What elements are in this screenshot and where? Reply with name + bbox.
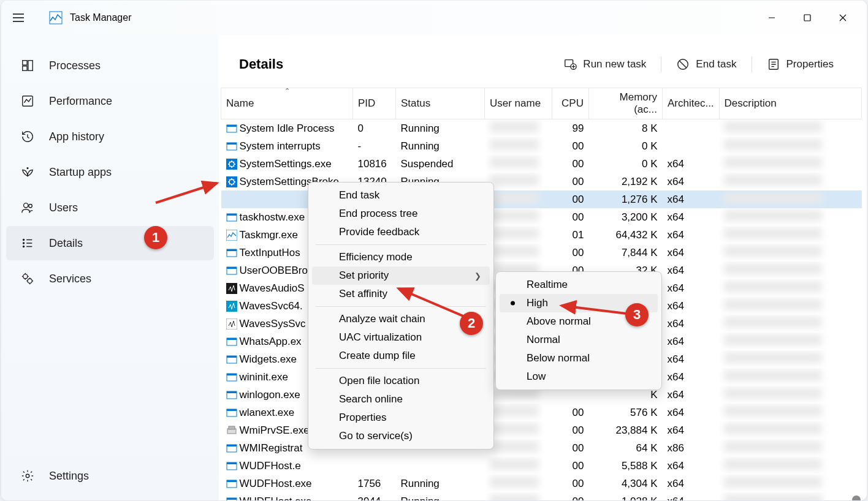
close-button[interactable] <box>825 6 861 30</box>
menu-item[interactable]: Realtime <box>500 276 658 294</box>
sidebar-item-label: Processes <box>49 59 101 72</box>
startup-icon <box>20 164 36 180</box>
table-row[interactable]: WUDFHost.e005,588 Kx64 <box>221 457 862 475</box>
menu-item[interactable]: End process tree <box>312 205 490 223</box>
annotation-badge-1: 1 <box>144 226 167 249</box>
menu-item[interactable]: Low <box>500 367 658 386</box>
history-icon <box>20 129 36 145</box>
column-header[interactable]: User name <box>485 88 552 119</box>
gear-icon <box>20 468 36 484</box>
menu-item[interactable]: Create dump file <box>312 347 490 365</box>
svg-rect-25 <box>226 176 237 187</box>
properties-button[interactable]: Properties <box>757 54 843 75</box>
svg-rect-56 <box>227 498 237 500</box>
svg-rect-33 <box>227 267 237 269</box>
sidebar-item-label: Startup apps <box>49 166 112 179</box>
svg-rect-38 <box>227 338 237 340</box>
svg-point-8 <box>29 205 32 208</box>
hamburger-button[interactable] <box>7 7 29 29</box>
page-title: Details <box>239 56 283 72</box>
svg-rect-20 <box>227 125 237 127</box>
svg-rect-23 <box>226 159 237 170</box>
svg-rect-1 <box>804 15 810 21</box>
svg-rect-54 <box>227 480 237 482</box>
table-row[interactable]: System interrupts-Running000 K <box>221 137 862 155</box>
sidebar-item-history[interactable]: App history <box>6 119 214 154</box>
svg-rect-46 <box>227 409 237 411</box>
sidebar-item-startup[interactable]: Startup apps <box>6 155 214 189</box>
maximize-button[interactable] <box>790 6 825 30</box>
sidebar-item-label: Users <box>49 202 78 214</box>
svg-rect-31 <box>227 249 237 251</box>
table-row[interactable]: WUDFHost.exe3944Running001,028 Kx64 <box>221 492 862 500</box>
app-icon <box>49 11 63 24</box>
menu-item[interactable]: Set affinity <box>312 285 490 303</box>
table-row[interactable]: SystemSettings.exe10816Suspended000 Kx64 <box>221 155 862 173</box>
annotation-badge-3: 3 <box>625 303 649 326</box>
menu-item[interactable]: Efficiency mode <box>312 248 490 266</box>
column-header[interactable]: Name⌃ <box>221 88 353 119</box>
menu-item[interactable]: Set priority❯ <box>312 266 490 285</box>
sidebar-item-label: Services <box>49 273 91 285</box>
scrollbar-thumb[interactable] <box>852 495 861 500</box>
svg-point-11 <box>23 246 25 247</box>
sidebar: ProcessesPerformanceApp historyStartup a… <box>1 35 219 500</box>
column-header[interactable]: Description <box>719 88 861 119</box>
svg-point-13 <box>28 279 32 283</box>
details-icon <box>20 235 36 251</box>
svg-point-7 <box>24 203 28 208</box>
menu-item[interactable]: Provide feedback <box>312 223 490 241</box>
sidebar-item-services[interactable]: Services <box>6 262 214 296</box>
processes-icon <box>20 58 36 73</box>
svg-rect-4 <box>23 66 27 70</box>
table-row[interactable]: System Idle Process0Running998 K <box>221 119 862 138</box>
users-icon <box>20 200 36 216</box>
svg-rect-48 <box>229 426 235 429</box>
menu-item[interactable]: Normal <box>500 331 658 349</box>
services-icon <box>20 271 36 287</box>
svg-rect-52 <box>227 462 237 464</box>
svg-rect-50 <box>227 445 237 446</box>
svg-rect-42 <box>227 374 237 375</box>
sidebar-item-label: Settings <box>49 470 89 483</box>
sidebar-item-details[interactable]: Details <box>6 226 214 260</box>
svg-rect-22 <box>227 143 237 145</box>
priority-submenu: RealtimeHighAbove normalNormalBelow norm… <box>495 271 662 390</box>
end-task-button[interactable]: End task <box>666 54 746 75</box>
svg-rect-40 <box>227 356 237 358</box>
column-header[interactable]: Architec... <box>663 88 720 119</box>
column-header[interactable]: Memory (ac... <box>589 88 663 119</box>
annotation-badge-2: 2 <box>460 312 483 335</box>
run-new-task-button[interactable]: Run new task <box>554 54 656 75</box>
end-task-icon <box>676 58 690 71</box>
menu-item[interactable]: Search online <box>312 390 490 409</box>
properties-icon <box>767 58 780 71</box>
menu-item[interactable]: Go to service(s) <box>312 427 490 445</box>
column-header[interactable]: PID <box>353 88 396 119</box>
svg-point-10 <box>23 243 25 244</box>
minimize-button[interactable] <box>754 6 790 30</box>
menu-item[interactable]: Open file location <box>312 372 490 390</box>
sidebar-item-label: App history <box>49 130 104 143</box>
performance-icon <box>20 93 36 109</box>
svg-point-14 <box>26 474 29 478</box>
app-title: Task Manager <box>70 12 132 23</box>
column-header[interactable]: CPU <box>552 88 589 119</box>
sidebar-item-settings[interactable]: Settings <box>6 459 214 493</box>
svg-point-6 <box>27 168 28 169</box>
run-icon <box>563 58 577 71</box>
sidebar-item-users[interactable]: Users <box>6 190 214 225</box>
svg-rect-28 <box>227 214 237 216</box>
sidebar-item-label: Performance <box>49 95 112 108</box>
svg-rect-2 <box>23 61 27 65</box>
sidebar-item-label: Details <box>49 237 83 250</box>
menu-item[interactable]: Properties <box>312 409 490 427</box>
menu-item[interactable]: Below normal <box>500 349 658 367</box>
menu-item[interactable]: End task <box>312 186 490 205</box>
titlebar: Task Manager <box>1 1 867 35</box>
svg-point-12 <box>23 274 28 279</box>
column-header[interactable]: Status <box>396 88 485 119</box>
sidebar-item-performance[interactable]: Performance <box>6 84 214 118</box>
sidebar-item-processes[interactable]: Processes <box>6 48 214 83</box>
table-row[interactable]: WUDFHost.exe1756Running004,304 Kx64 <box>221 475 862 492</box>
